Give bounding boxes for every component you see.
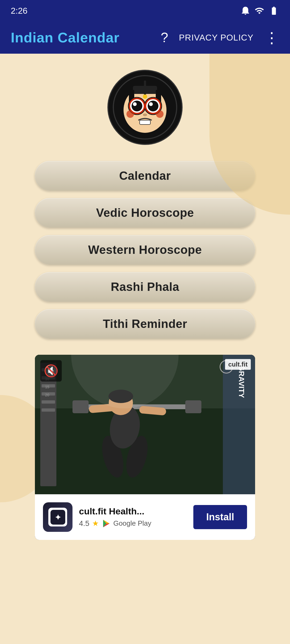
svg-rect-26 [42, 400, 55, 404]
ad-app-info: cult.fit Health... 4.5 ★ Google Play [79, 506, 187, 528]
status-icons-area [241, 6, 279, 16]
cultfit-logo-icon: ✦ [50, 510, 65, 525]
ad-container: 5 10 15 20 [35, 355, 255, 540]
svg-text:✦: ✦ [55, 513, 61, 522]
ad-image: 5 10 15 20 [35, 355, 255, 494]
svg-point-9 [148, 101, 158, 111]
svg-rect-3 [144, 80, 146, 95]
notification-icon [241, 6, 250, 16]
battery-icon [269, 6, 279, 16]
svg-point-16 [126, 110, 134, 118]
jagannath-logo [113, 75, 177, 140]
main-content: Calendar Vedic Horoscope Western Horosco… [0, 54, 290, 556]
ad-app-rating: 4.5 ★ Google Play [79, 519, 187, 528]
ad-gym-scene: 5 10 15 20 [35, 355, 255, 494]
ad-app-name: cult.fit Health... [79, 506, 187, 517]
svg-point-14 [143, 114, 147, 116]
ad-stars: ★ [92, 519, 99, 528]
app-bar-actions: ? PRIVACY POLICY ⋮ [161, 29, 279, 46]
more-options-button[interactable]: ⋮ [264, 29, 279, 46]
vedic-horoscope-button[interactable]: Vedic Horoscope [35, 198, 255, 228]
ad-watermark: cult.fit [225, 359, 251, 370]
wifi-icon [255, 6, 264, 16]
status-bar: 2:26 [0, 0, 290, 21]
status-time-area: 2:26 [11, 6, 27, 16]
app-logo [107, 70, 183, 145]
svg-rect-33 [73, 400, 89, 413]
mute-icon: 🔇 [44, 364, 59, 378]
status-time: 2:26 [11, 6, 27, 16]
google-play-text: Google Play [113, 519, 151, 528]
svg-rect-34 [185, 400, 201, 413]
ad-google-play-badge: Google Play [102, 519, 151, 528]
svg-point-17 [156, 110, 164, 118]
app-bar: Indian Calendar ? PRIVACY POLICY ⋮ [0, 21, 290, 54]
ad-app-icon: ✦ [43, 502, 73, 532]
western-horoscope-button[interactable]: Western Horoscope [35, 235, 255, 265]
svg-point-18 [143, 94, 147, 99]
app-title: Indian Calendar [11, 30, 119, 46]
svg-point-8 [132, 101, 142, 111]
ad-app-icon-inner: ✦ [48, 508, 67, 526]
privacy-policy-button[interactable]: PRIVACY POLICY [179, 33, 253, 43]
ad-rating-number: 4.5 [79, 519, 89, 528]
google-play-icon [102, 519, 111, 528]
svg-point-10 [133, 102, 137, 106]
ad-install-button[interactable]: Install [193, 505, 247, 529]
svg-point-11 [149, 102, 153, 106]
svg-text:15: 15 [45, 385, 49, 389]
tithi-reminder-button[interactable]: Tithi Reminder [35, 309, 255, 339]
svg-text:20: 20 [45, 393, 49, 397]
rashi-phala-button[interactable]: Rashi Phala [35, 272, 255, 302]
ad-mute-button[interactable]: 🔇 [40, 360, 62, 382]
svg-rect-15 [140, 120, 150, 125]
help-button[interactable]: ? [161, 30, 168, 45]
svg-rect-27 [42, 408, 55, 412]
menu-buttons-container: Calendar Vedic Horoscope Western Horosco… [35, 161, 255, 339]
ad-bottom-bar: ✦ cult.fit Health... 4.5 ★ [35, 494, 255, 540]
